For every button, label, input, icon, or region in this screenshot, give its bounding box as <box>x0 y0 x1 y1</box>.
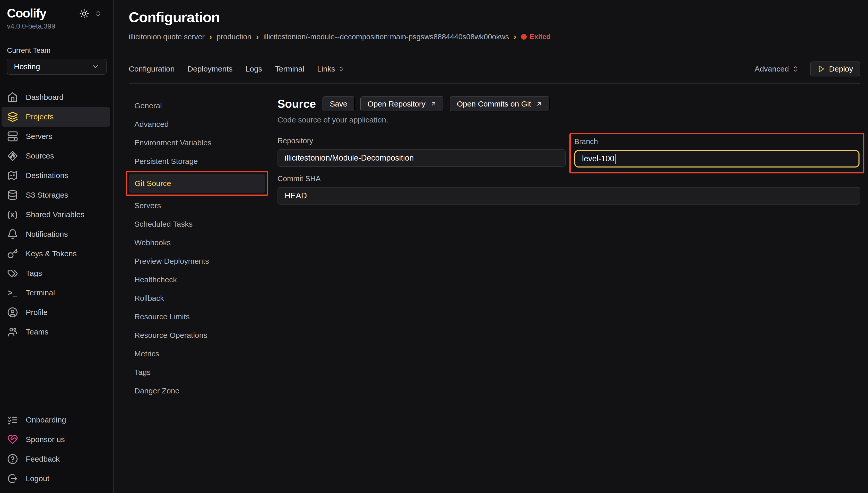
sidebar-item-notifications[interactable]: Notifications <box>2 224 110 244</box>
advanced-label: Advanced <box>755 65 789 73</box>
theme-mode-chevrons-icon[interactable] <box>95 10 101 17</box>
sidebar-item-label: Notifications <box>26 230 68 238</box>
sidebar-item-sources[interactable]: Sources <box>2 146 110 166</box>
subnav-item-scheduled-tasks[interactable]: Scheduled Tasks <box>129 215 264 233</box>
subnav-item-webhooks[interactable]: Webhooks <box>129 233 264 252</box>
deploy-button[interactable]: Deploy <box>810 62 860 77</box>
tab-links[interactable]: Links <box>317 65 344 73</box>
subnav-item-healthcheck[interactable]: Healthcheck <box>129 271 264 289</box>
subnav-item-rollback[interactable]: Rollback <box>129 289 264 307</box>
tab-deployments[interactable]: Deployments <box>187 65 232 73</box>
terminal-icon: >_ <box>7 287 18 298</box>
deploy-label: Deploy <box>829 65 853 73</box>
heart-hands-icon <box>7 434 18 445</box>
logout-icon <box>7 473 18 484</box>
sidebar-item-label: Servers <box>26 132 52 141</box>
subnav-item-preview-deployments[interactable]: Preview Deployments <box>129 252 264 271</box>
arrow-up-right-icon <box>430 101 437 107</box>
sidebar-item-label: Onboarding <box>26 415 66 424</box>
branch-input[interactable]: level-100 <box>574 150 860 168</box>
commit-sha-field: Commit SHA HEAD <box>277 174 860 205</box>
open-repository-button[interactable]: Open Repository <box>360 97 444 111</box>
subnav-item-servers[interactable]: Servers <box>129 196 264 215</box>
sidebar-footer-nav: Onboarding Sponsor us Feedback Logout <box>0 410 113 488</box>
breadcrumb: illicitonion quote server › production ›… <box>129 32 860 41</box>
sidebar-item-label: Teams <box>26 327 48 336</box>
sidebar-item-keys-tokens[interactable]: Keys & Tokens <box>2 244 110 263</box>
sidebar-item-label: Keys & Tokens <box>26 249 77 258</box>
subnav-item-resource-operations[interactable]: Resource Operations <box>129 326 264 345</box>
breadcrumb-project[interactable]: illicitonion quote server <box>129 33 205 41</box>
commit-sha-input[interactable]: HEAD <box>277 187 860 205</box>
settings-subnav: General Advanced Environment Variables P… <box>129 97 264 400</box>
sidebar-item-destinations[interactable]: Destinations <box>2 166 110 185</box>
user-icon <box>7 307 18 318</box>
sidebar-item-feedback[interactable]: Feedback <box>2 449 110 469</box>
sidebar-item-label: Shared Variables <box>26 210 84 219</box>
sidebar: Coolify v4.0.0-beta.399 Current Team Hos… <box>0 0 114 493</box>
sidebar-item-tags[interactable]: Tags <box>2 263 110 283</box>
sidebar-item-label: Terminal <box>26 288 55 297</box>
subnav-item-tags[interactable]: Tags <box>129 363 264 382</box>
save-button[interactable]: Save <box>322 97 355 111</box>
tab-configuration[interactable]: Configuration <box>129 65 174 73</box>
tab-terminal[interactable]: Terminal <box>275 65 304 73</box>
main-content: Configuration illicitonion quote server … <box>114 0 868 493</box>
repository-value: illicitestonion/Module-Decomposition <box>285 153 414 163</box>
subnav-item-metrics[interactable]: Metrics <box>129 345 264 363</box>
sidebar-item-label: Projects <box>26 112 54 121</box>
repository-label: Repository <box>277 137 566 145</box>
sidebar-item-teams[interactable]: Teams <box>2 322 110 342</box>
subnav-item-general[interactable]: General <box>129 97 264 115</box>
open-repository-label: Open Repository <box>367 100 425 108</box>
commit-sha-value: HEAD <box>285 191 307 200</box>
sidebar-item-servers[interactable]: Servers <box>2 127 110 146</box>
text-caret <box>615 154 616 164</box>
status-text: Exited <box>530 33 551 41</box>
sidebar-item-profile[interactable]: Profile <box>2 303 110 322</box>
sidebar-item-dashboard[interactable]: Dashboard <box>2 87 110 107</box>
sidebar-item-projects[interactable]: Projects <box>2 107 110 127</box>
chevron-right-icon: › <box>209 32 212 41</box>
subnav-item-advanced[interactable]: Advanced <box>129 115 264 133</box>
sidebar-item-label: Sponsor us <box>26 435 65 444</box>
bell-icon <box>7 229 18 239</box>
layers-icon <box>7 111 18 122</box>
open-commits-button[interactable]: Open Commits on Git <box>450 97 550 111</box>
subnav-item-git-source[interactable]: Git Source <box>129 174 265 193</box>
breadcrumb-application[interactable]: illicitestonion/-module--decomposition:m… <box>263 33 509 41</box>
subnav-item-danger-zone[interactable]: Danger Zone <box>129 382 264 400</box>
tabs-row: Configuration Deployments Logs Terminal … <box>129 62 860 77</box>
branch-field: Branch level-100 <box>574 137 860 168</box>
variable-icon: (x) <box>7 209 18 220</box>
app-logo[interactable]: Coolify <box>7 7 46 20</box>
help-circle-icon <box>7 454 18 465</box>
theme-toggle-sun-icon[interactable] <box>79 9 89 19</box>
sidebar-item-label: Feedback <box>26 455 60 464</box>
status-dot-icon <box>521 34 527 40</box>
sidebar-item-shared-variables[interactable]: (x) Shared Variables <box>2 205 110 224</box>
subnav-item-resource-limits[interactable]: Resource Limits <box>129 307 264 326</box>
sidebar-item-logout[interactable]: Logout <box>2 469 110 488</box>
advanced-dropdown[interactable]: Advanced <box>755 65 799 73</box>
server-icon <box>7 131 18 142</box>
source-panel: Source Save Open Repository Open Commits… <box>264 97 860 205</box>
map-icon <box>7 170 18 181</box>
sidebar-item-onboarding[interactable]: Onboarding <box>2 410 110 430</box>
sidebar-item-label: Dashboard <box>26 93 64 102</box>
breadcrumb-environment[interactable]: production <box>216 33 251 41</box>
team-select[interactable]: Hosting <box>7 59 107 74</box>
chevrons-up-down-icon <box>338 66 344 72</box>
sidebar-item-terminal[interactable]: >_ Terminal <box>2 283 110 303</box>
users-icon <box>7 326 18 337</box>
sidebar-item-s3-storages[interactable]: S3 Storages <box>2 185 110 205</box>
repository-input[interactable]: illicitestonion/Module-Decomposition <box>277 149 566 167</box>
key-icon <box>7 248 18 259</box>
subnav-item-persistent-storage[interactable]: Persistent Storage <box>129 152 264 171</box>
tab-logs[interactable]: Logs <box>246 65 262 73</box>
subnav-item-environment-variables[interactable]: Environment Variables <box>129 133 264 152</box>
sidebar-item-sponsor-us[interactable]: Sponsor us <box>2 430 110 449</box>
play-icon <box>817 65 825 73</box>
sidebar-item-label: S3 Storages <box>26 191 68 199</box>
git-source-icon <box>7 151 18 161</box>
